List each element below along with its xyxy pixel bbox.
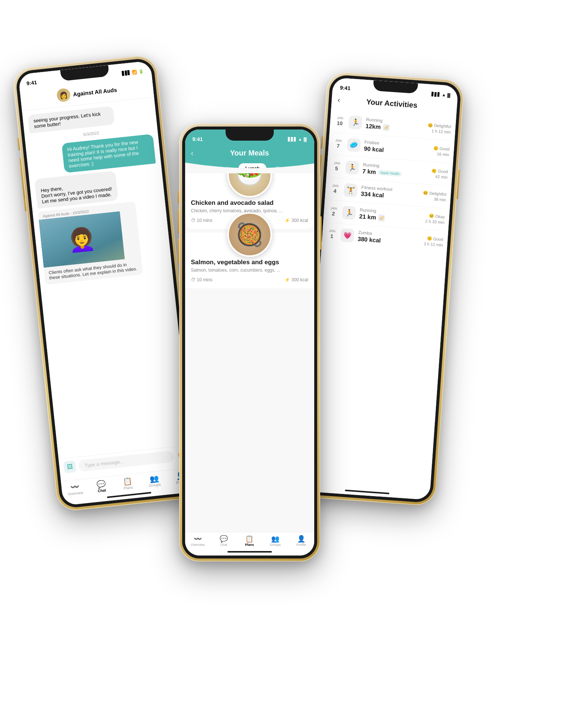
- status-time: 9:41: [339, 85, 350, 91]
- nav-chat[interactable]: 💬 Chat: [92, 479, 111, 494]
- activity-icon: 🥏: [346, 138, 361, 152]
- nav-plans[interactable]: 📋 Plans: [240, 535, 259, 547]
- back-button[interactable]: ‹: [337, 96, 340, 104]
- home-bar: [107, 492, 151, 498]
- activity-icon: 🏃: [342, 206, 356, 220]
- nav-overview-label: Overview: [68, 491, 83, 496]
- activities-list: JAN 10 🏃 Running 12km 🧭: [305, 109, 456, 492]
- meal-meta-2: ⏱ 10 mins ⚡ 300 kcal: [191, 277, 308, 282]
- plans-icon: 📋: [122, 477, 132, 486]
- meals-title: Your Meals: [191, 149, 308, 157]
- mood-emoji: 🙂: [433, 145, 438, 151]
- phone-chat: 9:41 ▋▋▋ 📶 🔋 👩 Against All Auds: [12, 54, 202, 512]
- signal-icon: ▋▋▋: [121, 70, 131, 76]
- activity-mood: 🙂 Good 16 min: [433, 145, 450, 157]
- nav-plans-label: Plans: [123, 485, 133, 491]
- plans-icon: 📋: [245, 535, 253, 542]
- activity-info: Frisbee 90 kcal: [364, 140, 430, 157]
- nav-profile[interactable]: 👤 Profile: [292, 535, 311, 547]
- home-bar: [227, 551, 272, 553]
- battery-icon: ▓: [303, 137, 306, 141]
- video-image: 👩‍🦱: [39, 211, 125, 268]
- activity-info: Running 7 km Apple Health: [362, 162, 428, 179]
- status-icons: ▋▋▋ 📶 🔋: [121, 69, 144, 76]
- activity-duration: 42 min: [435, 174, 448, 179]
- nav-chat-label: Chat: [98, 488, 106, 493]
- message-item: seeing your progress. Let's kick some bu…: [27, 106, 115, 134]
- overview-icon: 〰️: [70, 483, 80, 491]
- wifi-icon: ▲: [441, 92, 446, 97]
- activity-duration: 2 h 33 min: [425, 219, 444, 225]
- battery-icon: 🔋: [138, 69, 144, 74]
- groups-icon: 👥: [149, 474, 159, 483]
- wifi-icon: ▲: [298, 137, 302, 141]
- mood-emoji: 😐: [428, 213, 434, 219]
- phone-activities: 9:41 ▋▋▋ ▲ ▓ ‹ Your Activities: [298, 71, 464, 506]
- video-message: Against All Auds - 15/3/2022 👩‍🦱 Clients…: [37, 201, 142, 285]
- location-badge: 🧭: [382, 124, 390, 131]
- home-indicator: [185, 548, 314, 556]
- meal-image-container-2: 🥘: [185, 212, 314, 257]
- nav-overview[interactable]: 〰️ Overview: [65, 482, 85, 496]
- status-time: 9:41: [26, 79, 37, 86]
- activity-date: JAN 10: [334, 116, 345, 127]
- meals-content: 🥗 Chicken and avocado salad Chicken, che…: [185, 173, 314, 532]
- nav-groups-label: Groups: [148, 482, 161, 488]
- meal-ingredients-2: Salmon, tomatoes, corn, cucumbers, eggs,…: [191, 268, 308, 273]
- message-item: Hey there, Don't worry, I've got you cov…: [34, 171, 118, 209]
- nav-groups[interactable]: 👥 Groups: [266, 535, 285, 547]
- activity-icon: 💗: [340, 228, 354, 242]
- mood-emoji: 🙂: [427, 236, 432, 241]
- meals-screen: 9:41 ▋▋▋ ▲ ▓ ‹ Your Meals Brea: [185, 130, 314, 556]
- activity-info: Fitness workout 334 kcal: [361, 185, 420, 201]
- mood-emoji: 😊: [427, 122, 433, 128]
- meal-name-2: Salmon, vegetables and eggs: [191, 259, 308, 266]
- mood-label: 😊 Delightful: [427, 122, 451, 129]
- nav-plans[interactable]: 📋 Plans: [118, 477, 138, 491]
- image-attach-button[interactable]: 🖼: [63, 461, 76, 474]
- bottom-navigation: 〰️ Overview 💬 Chat 📋 Plans 👥: [185, 532, 314, 548]
- chat-icon: 💬: [220, 535, 228, 542]
- meal-image-2: 🥘: [227, 212, 272, 257]
- activity-duration: 38 min: [433, 197, 446, 202]
- status-time: 9:41: [193, 136, 203, 142]
- mood-label: 😐 Okay: [428, 213, 444, 219]
- nav-label: Plans: [245, 543, 254, 547]
- nav-overview[interactable]: 〰️ Overview: [188, 535, 207, 547]
- activity-icon: 🏋️: [344, 183, 358, 197]
- signal-icon: ▋▋▋: [288, 137, 297, 141]
- phone-meals: 9:41 ▋▋▋ ▲ ▓ ‹ Your Meals Brea: [179, 124, 320, 561]
- nav-label: Chat: [220, 543, 227, 547]
- activity-info: Running 12km 🧭: [365, 117, 424, 134]
- activity-info: Running 21 km 🧭: [359, 207, 422, 224]
- mood-label: 😊 Delightful: [423, 190, 447, 197]
- battery-icon: ▓: [447, 93, 450, 98]
- clock-icon-2: ⏱: [191, 277, 196, 282]
- meal-calories-2: ⚡ 300 kcal: [285, 277, 308, 282]
- meal-image-container: 🥗: [185, 173, 314, 197]
- activity-date: JAN 1: [326, 229, 337, 240]
- nav-chat[interactable]: 💬 Chat: [214, 535, 233, 547]
- home-bar: [345, 489, 389, 494]
- nav-label: Profile: [296, 543, 306, 547]
- activities-screen: 9:41 ▋▋▋ ▲ ▓ ‹ Your Activities: [304, 78, 458, 500]
- activity-date: JAN 7: [332, 138, 344, 149]
- meal-card-2: 🥘 Salmon, vegetables and eggs Salmon, to…: [185, 233, 314, 288]
- back-button[interactable]: ‹: [191, 149, 194, 157]
- activity-mood: 😐 Okay 2 h 33 min: [425, 213, 445, 225]
- activity-date: JAN 4: [329, 184, 341, 194]
- meal-name-1: Chicken and avocado salad: [191, 199, 308, 207]
- wifi-icon: 📶: [132, 69, 137, 75]
- location-badge: 🧭: [378, 214, 385, 222]
- nav-groups[interactable]: 👥 Groups: [144, 474, 164, 488]
- mood-emoji: 😊: [423, 190, 428, 196]
- meal-image-1: 🥗: [227, 173, 272, 197]
- activity-duration: 16 min: [437, 151, 449, 157]
- chat-contact-name: Against All Auds: [72, 86, 117, 97]
- phones-container: 9:41 ▋▋▋ 📶 🔋 👩 Against All Auds: [35, 31, 554, 680]
- activity-icon: 🏃: [348, 115, 362, 130]
- profile-icon: 👤: [297, 535, 305, 542]
- activity-mood: 😊 Delightful 38 min: [423, 190, 447, 202]
- nav-label: Groups: [270, 543, 281, 547]
- video-thumbnail: 👩‍🦱: [39, 211, 125, 268]
